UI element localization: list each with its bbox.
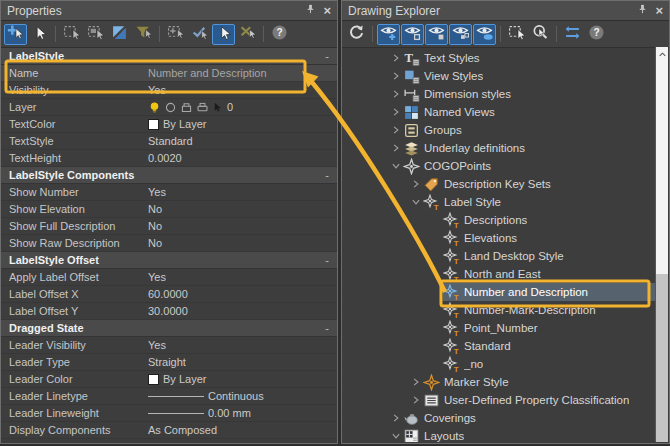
tree-item-standard[interactable]: TStandard [343,337,655,355]
filter-button[interactable] [132,24,155,45]
chevron-right-icon[interactable] [389,107,403,117]
refresh-button[interactable] [345,24,368,45]
marquee-window-select-button[interactable] [84,24,107,45]
chevron-right-icon[interactable] [409,179,423,189]
tree-item-cogopoints[interactable]: COGOPoints [343,157,655,175]
property-row-show-number[interactable]: Show NumberYes [1,184,337,201]
collapse-icon[interactable]: - [325,50,329,62]
apply-selection-button[interactable] [188,24,211,45]
property-row-leader-lineweight[interactable]: Leader Lineweight0.00 mm [1,405,337,422]
collapse-icon[interactable]: - [325,322,329,334]
property-row-visibility[interactable]: VisibilityYes [1,82,337,99]
scrollbar-track[interactable] [655,47,668,442]
tree-item-description-key-sets[interactable]: Description Key Sets [343,175,655,193]
section-header-labelstyle-components[interactable]: LabelStyle Components- [1,167,337,184]
chevron-right-icon[interactable] [389,125,403,135]
property-row-textheight[interactable]: TextHeight0.0020 [1,150,337,167]
select-objects-button[interactable] [505,24,528,45]
chevron-down-icon[interactable] [389,431,403,441]
tree-item-label-style[interactable]: TLabel Style [343,193,655,211]
property-row-show-elevation[interactable]: Show ElevationNo [1,201,337,218]
point-label-style-icon: T [443,248,460,265]
select-region-button[interactable] [164,24,187,45]
tree-item-label: View Styles [424,70,483,82]
tree-item-no[interactable]: T_no [343,355,655,373]
svg-text:?: ? [593,26,599,37]
tree-item-groups[interactable]: Groups [343,121,655,139]
drawing-explorer-titlebar[interactable]: Drawing Explorer × [342,1,669,21]
section-header-labelstyle-offset[interactable]: LabelStyle Offset- [1,252,337,269]
help-button[interactable]: ? [585,24,608,45]
visibility-add-button[interactable] [377,24,400,45]
visibility-objects-button[interactable] [449,24,472,45]
tree-item-elevations[interactable]: TElevations [343,229,655,247]
clear-selection-button[interactable] [236,24,259,45]
tree-item-land-desktop-style[interactable]: TLand Desktop Style [343,247,655,265]
chevron-right-icon[interactable] [409,377,423,387]
chevron-right-icon[interactable] [389,89,403,99]
visibility-filled-button[interactable] [425,24,448,45]
tree-item-user-defined-property-classification[interactable]: User-Defined Property Classification [343,391,655,409]
tree-item-descriptions[interactable]: TDescriptions [343,211,655,229]
property-row-name[interactable]: NameNumber and Description [1,65,337,82]
property-row-label-offset-x[interactable]: Label Offset X60.0000 [1,286,337,303]
swap-button[interactable] [561,24,584,45]
tree-item-named-views[interactable]: Named Views [343,103,655,121]
property-value: Number and Description [148,67,267,79]
property-value: Yes [148,186,166,198]
chevron-right-icon[interactable] [389,71,403,81]
tree-item-layouts[interactable]: Layouts [343,427,655,442]
properties-titlebar[interactable]: Properties × [1,1,337,21]
chevron-down-icon[interactable] [409,197,423,207]
svg-text:T: T [454,365,459,373]
tree-item-number-mark-description[interactable]: TNumber-Mark-Description [343,301,655,319]
tree-item-text-styles[interactable]: TText Styles [343,49,655,67]
property-row-textstyle[interactable]: TextStyleStandard [1,133,337,150]
tree-item-underlay-definitions[interactable]: Underlay definitions [343,139,655,157]
property-row-layer[interactable]: Layer0 [1,99,337,116]
visibility-outline-button[interactable] [401,24,424,45]
visibility-all-button[interactable] [473,24,496,45]
close-icon[interactable]: × [655,4,663,17]
select-button[interactable] [28,24,51,45]
pin-icon[interactable] [305,3,316,18]
section-header-dragged-state[interactable]: Dragged State- [1,320,337,337]
label-style-icon: T [423,194,440,211]
tree-item-coverings[interactable]: Coverings [343,409,655,427]
close-icon[interactable]: × [323,4,331,17]
tree-item-number-and-description[interactable]: TNumber and Description [343,283,655,301]
tree-item-north-and-east[interactable]: TNorth and East [343,265,655,283]
property-row-apply-label-offset[interactable]: Apply Label OffsetYes [1,269,337,286]
tree-item-view-styles[interactable]: View Styles [343,67,655,85]
scrollbar-thumb[interactable] [656,47,668,274]
tree-item-dimension-styles[interactable]: Dimension styles [343,85,655,103]
pointer-button[interactable] [212,24,235,45]
chevron-right-icon[interactable] [389,143,403,153]
help-button[interactable]: ? [268,24,291,45]
drawing-explorer-tree-area: TText StylesView StylesDimension stylesN… [343,47,655,442]
section-header-labelstyle[interactable]: LabelStyle- [1,48,337,65]
chevron-right-icon[interactable] [389,413,403,423]
property-row-leader-type[interactable]: Leader TypeStraight [1,354,337,371]
add-to-selection-button[interactable] [4,24,27,45]
property-row-textcolor[interactable]: TextColorBy Layer [1,116,337,133]
collapse-icon[interactable]: - [325,254,329,266]
pin-icon[interactable] [637,3,648,18]
property-row-leader-color[interactable]: Leader ColorBy Layer [1,371,337,388]
tree-item-point-number[interactable]: TPoint_Number [343,319,655,337]
quick-select-button[interactable] [108,24,131,45]
chevron-right-icon[interactable] [389,53,403,63]
property-row-show-full-description[interactable]: Show Full DescriptionNo [1,218,337,235]
property-row-leader-visibility[interactable]: Leader VisibilityYes [1,337,337,354]
chevron-right-icon[interactable] [409,395,423,405]
property-row-label-offset-y[interactable]: Label Offset Y30.0000 [1,303,337,320]
collapse-icon[interactable]: - [325,169,329,181]
property-row-display-components[interactable]: Display ComponentsAs Composed [1,422,337,439]
zoom-to-selection-button[interactable] [529,24,552,45]
tree-item-marker-style[interactable]: Marker Style [343,373,655,391]
scrollbar-up-icon[interactable] [656,50,668,59]
property-row-show-raw-description[interactable]: Show Raw DescriptionNo [1,235,337,252]
property-row-leader-linetype[interactable]: Leader LinetypeContinuous [1,388,337,405]
marquee-select-button[interactable] [60,24,83,45]
chevron-down-icon[interactable] [389,161,403,171]
